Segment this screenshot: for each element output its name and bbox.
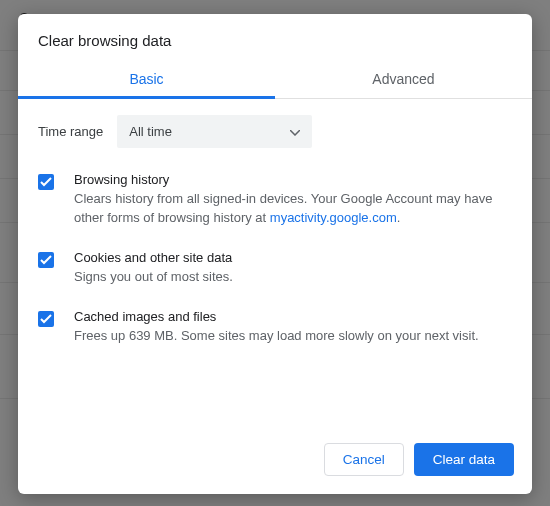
check-icon <box>40 255 52 265</box>
dialog-body: Time range All time Browsing history Cle… <box>18 99 532 429</box>
option-cookies: Cookies and other site data Signs you ou… <box>38 250 512 287</box>
chevron-down-icon <box>290 124 300 139</box>
option-title: Cookies and other site data <box>74 250 233 265</box>
time-range-row: Time range All time <box>38 115 512 148</box>
option-title: Browsing history <box>74 172 512 187</box>
checkbox-cookies[interactable] <box>38 252 54 268</box>
check-icon <box>40 177 52 187</box>
myactivity-link[interactable]: myactivity.google.com <box>270 210 397 225</box>
option-desc: Clears history from all signed-in device… <box>74 190 512 228</box>
time-range-value: All time <box>129 124 172 139</box>
clear-browsing-data-dialog: Clear browsing data Basic Advanced Time … <box>18 14 532 494</box>
option-cache: Cached images and files Frees up 639 MB.… <box>38 309 512 346</box>
option-desc: Frees up 639 MB. Some sites may load mor… <box>74 327 479 346</box>
option-browsing-history: Browsing history Clears history from all… <box>38 172 512 228</box>
time-range-select[interactable]: All time <box>117 115 312 148</box>
tab-advanced[interactable]: Advanced <box>275 61 532 98</box>
checkbox-cache[interactable] <box>38 311 54 327</box>
dialog-title: Clear browsing data <box>18 14 532 61</box>
clear-data-button[interactable]: Clear data <box>414 443 514 476</box>
dialog-footer: Cancel Clear data <box>18 429 532 494</box>
option-desc: Signs you out of most sites. <box>74 268 233 287</box>
time-range-label: Time range <box>38 124 103 139</box>
check-icon <box>40 314 52 324</box>
tab-basic[interactable]: Basic <box>18 61 275 98</box>
dialog-tabs: Basic Advanced <box>18 61 532 99</box>
checkbox-browsing-history[interactable] <box>38 174 54 190</box>
cancel-button[interactable]: Cancel <box>324 443 404 476</box>
option-title: Cached images and files <box>74 309 479 324</box>
